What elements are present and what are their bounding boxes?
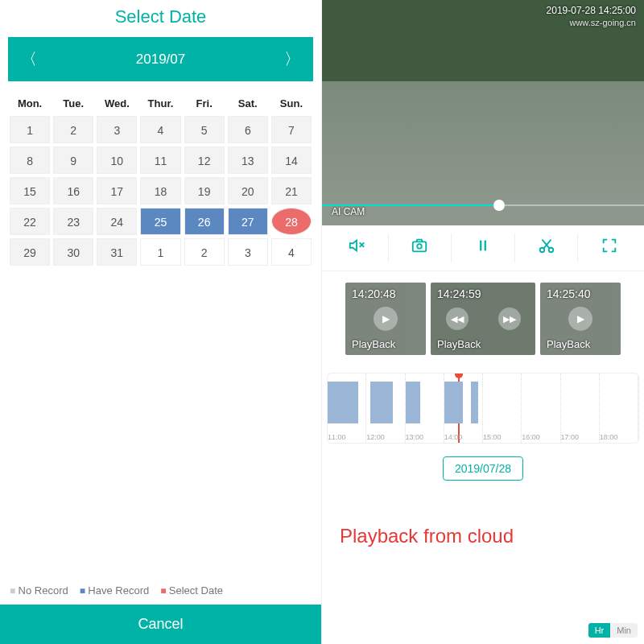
timeline-hour[interactable]: 12:00	[366, 374, 405, 443]
calendar-day[interactable]: 27	[228, 208, 268, 235]
calendar-day[interactable]: 29	[10, 238, 50, 266]
legend-no-record: No Record	[10, 584, 68, 597]
clip-time: 14:25:40	[547, 287, 591, 300]
calendar-day[interactable]: 12	[184, 147, 225, 174]
video-progress[interactable]	[322, 204, 644, 206]
clips-row: 14:20:48PlayBack14:24:59PlayBack◀◀▶▶14:2…	[322, 271, 644, 366]
video-watermark: www.sz-going.cn	[569, 18, 636, 27]
tick-label: 14:00	[444, 433, 463, 441]
player-controls	[322, 225, 644, 271]
progress-thumb[interactable]	[493, 200, 505, 211]
calendar-day[interactable]: 16	[53, 177, 93, 204]
calendar-day[interactable]: 23	[53, 208, 93, 235]
recording-segment[interactable]	[406, 382, 421, 423]
recording-segment[interactable]	[328, 382, 358, 423]
calendar-day[interactable]: 31	[97, 238, 137, 266]
calendar-day[interactable]: 30	[53, 238, 93, 266]
calendar-grid: Mon.Tue.Wed.Thur.Fri.Sat.Sun. 1234567891…	[0, 93, 321, 576]
calendar-day[interactable]: 9	[53, 147, 93, 174]
timeline-hour[interactable]: 15:00	[483, 374, 522, 443]
clip-label: PlayBack	[352, 338, 395, 350]
calendar-day[interactable]: 22	[10, 208, 50, 235]
play-icon[interactable]	[568, 307, 592, 331]
cancel-button[interactable]: Cancel	[0, 605, 321, 644]
timeline-hour[interactable]: 18:00	[600, 374, 638, 443]
clip-label: PlayBack	[437, 338, 481, 350]
timeline-hour[interactable]: 11:00	[328, 374, 366, 443]
calendar-day[interactable]: 6	[228, 116, 268, 143]
calendar-day[interactable]: 2	[184, 238, 225, 266]
calendar-day[interactable]: 8	[10, 147, 50, 174]
video-scene	[322, 0, 644, 225]
clip-thumbnail[interactable]: 14:20:48PlayBack	[345, 283, 426, 355]
calendar-day[interactable]: 10	[97, 147, 137, 174]
cut-icon[interactable]	[515, 233, 579, 262]
clip-thumbnail[interactable]: 14:24:59PlayBack◀◀▶▶	[431, 283, 535, 355]
calendar-day[interactable]: 24	[97, 208, 137, 235]
calendar-day[interactable]: 18	[140, 177, 180, 204]
recording-segment[interactable]	[370, 382, 393, 423]
calendar-day[interactable]: 4	[140, 116, 180, 143]
timeline-hour[interactable]: 13:00	[406, 374, 444, 443]
tick-label: 13:00	[406, 433, 424, 441]
calendar-day[interactable]: 15	[10, 177, 50, 204]
timeline-hour[interactable]: 14:00	[444, 374, 483, 443]
calendar-day[interactable]: 3	[97, 116, 137, 143]
legend-select-date: Select Date	[160, 584, 223, 597]
select-date-title: Select Date	[0, 0, 321, 37]
date-chip[interactable]: 2019/07/28	[443, 456, 523, 481]
calendar-day[interactable]: 5	[184, 116, 225, 143]
clip-seek-icon[interactable]: ▶▶	[498, 308, 521, 330]
month-nav: 〈 2019/07 〉	[8, 37, 313, 81]
calendar-day[interactable]: 20	[228, 177, 268, 204]
calendar-day[interactable]: 11	[140, 147, 180, 174]
clip-seek-icon[interactable]: ◀◀	[446, 308, 469, 330]
tick-label: 12:00	[366, 433, 385, 441]
calendar-day[interactable]: 21	[271, 177, 312, 204]
calendar-legend: No Record Have Record Select Date	[0, 576, 321, 605]
calendar-day[interactable]: 25	[140, 208, 180, 235]
timeline-hour[interactable]: 16:00	[522, 374, 560, 443]
fullscreen-icon[interactable]	[578, 233, 641, 262]
recording-segment[interactable]	[471, 382, 478, 423]
hr-min-toggle[interactable]: Hr Min	[588, 623, 638, 638]
calendar-day[interactable]: 1	[140, 238, 180, 266]
snapshot-icon[interactable]	[389, 233, 452, 262]
calendar-day[interactable]: 26	[184, 208, 225, 235]
tick-label: 16:00	[522, 433, 540, 441]
tick-label: 11:00	[328, 433, 346, 441]
legend-have-record: Have Record	[80, 584, 149, 597]
month-label: 2019/07	[136, 52, 185, 68]
weekday-header: Sun.	[270, 93, 313, 114]
recording-segment[interactable]	[444, 382, 464, 423]
calendar-day[interactable]: 28	[271, 208, 312, 235]
calendar-day[interactable]: 14	[271, 147, 312, 174]
timeline-hour[interactable]: 17:00	[561, 374, 600, 443]
play-icon[interactable]	[374, 307, 398, 331]
tick-label: 18:00	[600, 433, 618, 441]
min-toggle[interactable]: Min	[610, 623, 638, 638]
next-month-arrow-icon[interactable]: 〉	[284, 48, 300, 70]
svg-rect-2	[413, 242, 427, 251]
calendar-day[interactable]: 3	[228, 238, 268, 266]
calendar-day[interactable]: 13	[228, 147, 268, 174]
mute-icon[interactable]	[325, 233, 389, 262]
video-preview[interactable]: 2019-07-28 14:25:00 www.sz-going.cn AI C…	[322, 0, 644, 225]
calendar-day[interactable]: 19	[184, 177, 225, 204]
recording-timeline[interactable]: 11:0012:0013:0014:0015:0016:0017:0018:00	[327, 373, 639, 444]
prev-month-arrow-icon[interactable]: 〈	[21, 48, 37, 70]
clip-label: PlayBack	[547, 338, 590, 350]
hr-toggle[interactable]: Hr	[588, 623, 611, 638]
calendar-day[interactable]: 17	[97, 177, 137, 204]
pause-icon[interactable]	[452, 233, 515, 262]
clip-time: 14:24:59	[437, 287, 481, 300]
weekday-header: Mon.	[8, 93, 52, 114]
video-timestamp: 2019-07-28 14:25:00	[547, 5, 636, 16]
clip-thumbnail[interactable]: 14:25:40PlayBack	[540, 283, 621, 355]
calendar-day[interactable]: 1	[10, 116, 50, 143]
calendar-day[interactable]: 4	[271, 238, 312, 266]
calendar-day[interactable]: 7	[271, 116, 312, 143]
weekday-header: Wed.	[95, 93, 138, 114]
calendar-day[interactable]: 2	[53, 116, 93, 143]
svg-point-3	[418, 244, 423, 249]
